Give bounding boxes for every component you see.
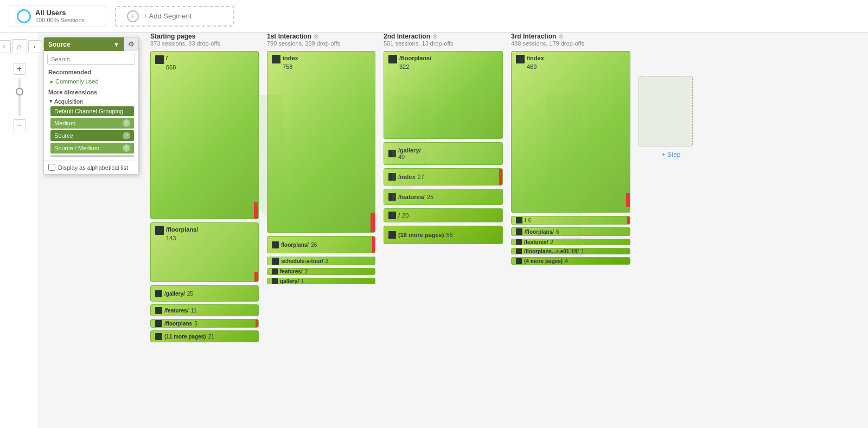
stage2-node-schedule[interactable]: schedule-a-tour/ 3: [267, 257, 375, 265]
dropdown-item-source[interactable]: Source ?: [50, 130, 134, 141]
stage4-node-features[interactable]: /features/ 2: [511, 239, 630, 245]
stage2-node-index[interactable]: index 758: [267, 51, 375, 233]
s4n2-count: 6: [528, 218, 532, 223]
s4n3-count: 6: [556, 229, 559, 235]
dropdown-item-default-channel[interactable]: Default Channel Grouping: [50, 106, 134, 116]
s3n3-label: /index: [398, 174, 416, 180]
stage1-node-root[interactable]: / 668: [150, 51, 259, 219]
nav-back-button[interactable]: ‹: [0, 40, 11, 53]
s1n4-label: /features/: [164, 308, 188, 314]
page-icon-s3n1: [388, 55, 397, 63]
stage4-node-root[interactable]: / 6: [511, 216, 630, 225]
stage-4-close-icon[interactable]: ⊗: [558, 33, 564, 40]
add-step-button[interactable]: + Step: [639, 151, 704, 158]
dropdown-gear-button[interactable]: ⚙: [124, 37, 138, 51]
stage3-node-index[interactable]: /index 27: [384, 168, 503, 186]
stage3-node-floorplans[interactable]: /floorplans/ 322: [384, 51, 503, 139]
stage-1st-interaction: 1st Interaction ⊗ 790 sessions, 289 drop…: [267, 33, 375, 423]
s4n1-count: 469: [516, 63, 626, 70]
all-users-segment[interactable]: All Users 100.00% Sessions: [9, 5, 106, 27]
nav-home-button[interactable]: ⌂: [12, 39, 27, 54]
stage1-node-floorplans2[interactable]: /floorplans 5: [150, 319, 259, 328]
stage2-node-features[interactable]: features/ 2: [267, 268, 375, 275]
flow-area: ↪ GoogleLocalListing ↪ 138 ↪ (direct) 95: [39, 33, 868, 428]
s2n2-count: 26: [311, 242, 317, 248]
s3n6-label: (18 more pages): [398, 232, 444, 238]
zoom-in-button[interactable]: +: [14, 63, 25, 75]
stage-starting-pages: Starting pages 873 sessions, 83 drop-off…: [150, 33, 259, 423]
s2n5-count: 1: [301, 278, 304, 284]
stage3-node-gallery[interactable]: /gallery/ 49: [384, 142, 503, 165]
display-alphabetical-checkbox[interactable]: Display as alphabetical list: [44, 160, 138, 174]
s2n4-label: features/: [280, 269, 303, 274]
dropdown-search-input[interactable]: [47, 54, 135, 65]
more-dimensions-label: More dimensions: [44, 87, 138, 97]
stage3-node-features[interactable]: /features/ 25: [384, 189, 503, 205]
source-dropdown-header[interactable]: Source ▼: [44, 38, 124, 51]
segment-name: All Users: [35, 9, 85, 17]
stage1-node-floorplans[interactable]: /floorplans/ 143: [150, 222, 259, 282]
s1n1-count: 668: [155, 64, 254, 71]
zoom-slider[interactable]: [18, 78, 21, 116]
acquisition-label: Acquisition: [54, 98, 83, 105]
add-segment-label: + Add Segment: [143, 12, 192, 20]
s1n2-label: /floorplans/: [166, 226, 198, 233]
stage3-node-more[interactable]: (18 more pages) 56: [384, 226, 503, 244]
commonly-used-section[interactable]: ▸ Commonly used: [44, 76, 138, 87]
stage4-node-more[interactable]: (4 more pages) 4: [511, 257, 630, 265]
alphabetical-checkbox-input[interactable]: [48, 164, 55, 171]
page-icon-s1n2: [155, 226, 164, 235]
dropdown-item-medium[interactable]: Medium ?: [50, 118, 134, 129]
medium-info-icon: ?: [123, 119, 130, 127]
add-segment-circle: +: [127, 10, 139, 22]
commonly-used-label: ▸ Commonly used: [50, 78, 99, 85]
stage-1-subtitle: 873 sessions, 83 drop-offs: [150, 40, 259, 47]
s2n2-label: floorplans/: [281, 242, 309, 248]
left-nav-sidebar: ‹ ⌂ › + −: [0, 33, 39, 428]
page-icon-s2n5: [272, 278, 278, 284]
acquisition-group: ▾ Acquisition: [44, 97, 138, 105]
s3n6-count: 56: [446, 232, 452, 238]
stage-3-close-icon[interactable]: ⊗: [432, 33, 438, 40]
source-medium-info-icon: ?: [123, 144, 130, 152]
stage1-node-more[interactable]: (11 more pages) 21: [150, 330, 259, 342]
s3n4-count: 25: [427, 194, 433, 200]
s1n3-label: /gallery/: [164, 291, 185, 297]
stage4-node-index[interactable]: /index 469: [511, 51, 630, 213]
page-icon-s4n3: [516, 228, 522, 235]
stage1-node-features[interactable]: /features/ 11: [150, 304, 259, 316]
s1n2-count: 143: [155, 235, 254, 241]
s4n6-label: (4 more pages): [524, 258, 563, 264]
s2n5-label: gallery/: [280, 278, 299, 284]
stage2-node-gallery[interactable]: gallery/ 1: [267, 278, 375, 284]
dropdown-scrollbar[interactable]: [50, 155, 134, 157]
stage-2-header: 1st Interaction ⊗ 790 sessions, 289 drop…: [267, 33, 375, 47]
segment-circle: [17, 9, 31, 23]
s3n4-label: /features/: [398, 194, 425, 200]
stage1-node-gallery[interactable]: /gallery/ 25: [150, 285, 259, 302]
dropdown-search-container: [44, 51, 138, 67]
stage2-node-floorplans[interactable]: floorplans/ 26: [267, 236, 375, 253]
stage-3-header: 2nd Interaction ⊗ 501 sessions, 13 drop-…: [384, 33, 503, 47]
stage-2nd-interaction: 2nd Interaction ⊗ 501 sessions, 13 drop-…: [384, 33, 503, 423]
nav-forward-button[interactable]: ›: [28, 40, 41, 53]
add-step-area: + Step: [639, 33, 704, 423]
source-dropdown-panel: Source ▼ ⚙ Recommended ▸ Commonly used M…: [43, 37, 139, 175]
stage-3rd-interaction: 3rd Interaction ⊗ 488 sessions, 179 drop…: [511, 33, 630, 423]
s2n1-red-bar: [371, 213, 375, 232]
stage4-node-floorplans[interactable]: /floorplans/ 6: [511, 227, 630, 236]
s2n1-count: 758: [272, 63, 371, 70]
s1n3-count: 25: [187, 291, 193, 297]
s3n2-count: 49: [398, 154, 421, 160]
page-icon-s1n6: [155, 333, 162, 340]
dropdown-item-source-medium[interactable]: Source / Medium ?: [50, 143, 134, 154]
stage-2-close-icon[interactable]: ⊗: [314, 33, 319, 40]
s4n5-count: 1: [581, 248, 584, 254]
s2n1-label: index: [283, 55, 298, 61]
add-segment-button[interactable]: + + Add Segment: [115, 6, 234, 27]
s3n1-label: /floorplans/: [399, 55, 431, 61]
stage4-node-floorplans-long[interactable]: /floorplans...r-e01-1fl/ 1: [511, 248, 630, 254]
page-icon-s1n1: [155, 55, 164, 64]
zoom-out-button[interactable]: −: [14, 119, 25, 131]
stage3-node-root[interactable]: / 20: [384, 208, 503, 222]
